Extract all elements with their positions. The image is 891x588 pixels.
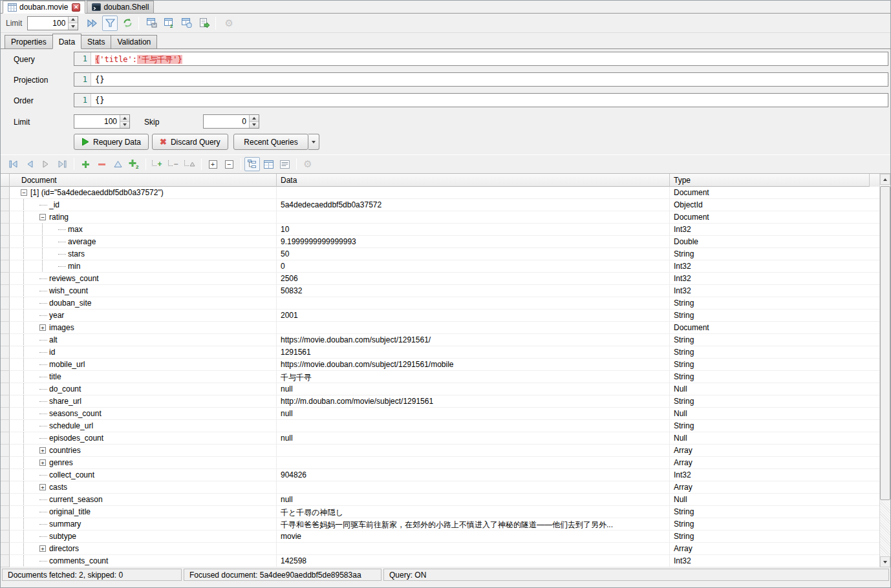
table-row[interactable]: average9.1999999999999993Double <box>1 236 890 248</box>
last-record-button[interactable] <box>54 157 70 171</box>
limit-input[interactable] <box>74 115 120 128</box>
row-selector[interactable] <box>1 346 10 359</box>
row-selector[interactable] <box>1 236 10 248</box>
row-selector[interactable] <box>1 224 10 236</box>
row-selector[interactable] <box>1 445 10 457</box>
row-selector[interactable] <box>1 506 10 518</box>
refresh-button[interactable] <box>120 16 135 31</box>
row-selector[interactable] <box>1 334 10 346</box>
copy-result-button[interactable] <box>179 16 195 31</box>
collapse-node-icon[interactable]: − <box>39 214 46 220</box>
row-selector[interactable] <box>1 322 10 334</box>
scrollbar-track-region[interactable] <box>880 501 890 556</box>
column-header-data[interactable]: Data <box>277 174 670 187</box>
filter-toggle-button[interactable] <box>102 16 118 31</box>
table-row[interactable]: collect_count904826Int32 <box>1 469 890 481</box>
projection-editor[interactable]: 1 {} <box>74 72 888 87</box>
table-row[interactable]: −[1] (id="5a4dedecaeddbf5db0a37572")Docu… <box>1 187 890 199</box>
row-selector[interactable] <box>1 371 10 383</box>
collapse-all-button[interactable]: − <box>221 157 237 171</box>
table-row[interactable]: +countriesArray <box>1 445 890 457</box>
row-selector[interactable] <box>1 432 10 445</box>
table-row[interactable]: subtypemovieString <box>1 530 890 543</box>
next-record-button[interactable] <box>38 157 54 171</box>
grid-settings-button[interactable]: ⚙ <box>300 157 316 171</box>
spinner-up-icon[interactable] <box>69 17 78 24</box>
table-row[interactable]: seasons_countnullNull <box>1 408 890 420</box>
row-selector[interactable] <box>1 555 10 567</box>
prior-record-button[interactable] <box>22 157 38 171</box>
table-row[interactable]: min0Int32 <box>1 260 890 273</box>
expand-node-icon[interactable]: + <box>39 484 46 490</box>
remove-child-field-button[interactable]: − <box>166 157 181 171</box>
expand-node-icon[interactable]: + <box>39 447 46 454</box>
row-selector[interactable] <box>1 420 10 432</box>
table-row[interactable]: althttps://movie.douban.com/subject/1291… <box>1 334 890 346</box>
row-selector[interactable] <box>1 187 10 199</box>
scroll-down-icon[interactable] <box>880 556 890 567</box>
discard-query-button[interactable]: ✖ Discard Query <box>152 134 228 150</box>
table-row[interactable]: do_countnullNull <box>1 383 890 395</box>
table-row[interactable]: douban_siteString <box>1 297 890 310</box>
row-selector[interactable] <box>1 383 10 395</box>
row-selector[interactable] <box>1 297 10 310</box>
column-header-type[interactable]: Type <box>670 174 870 187</box>
text-view-button[interactable] <box>277 157 292 171</box>
table-row[interactable]: max10Int32 <box>1 224 890 236</box>
order-editor[interactable]: 1 {} <box>74 93 888 107</box>
table-row[interactable]: episodes_countnullNull <box>1 432 890 445</box>
table-row[interactable]: title千与千寻String <box>1 371 890 383</box>
row-selector[interactable] <box>1 285 10 297</box>
row-selector[interactable] <box>1 543 10 555</box>
vertical-scrollbar[interactable] <box>879 174 890 567</box>
duplicate-record-button[interactable]: 2 <box>126 157 142 171</box>
insert-record-button[interactable] <box>78 157 93 171</box>
save-result-button[interactable] <box>144 16 160 31</box>
row-selector[interactable] <box>1 518 10 530</box>
table-row[interactable]: schedule_urlString <box>1 420 890 432</box>
tab-douban-movie[interactable]: douban.movie ✕ <box>3 1 85 14</box>
row-selector[interactable] <box>1 457 10 469</box>
row-selector[interactable] <box>1 469 10 481</box>
skip-input[interactable] <box>204 115 249 128</box>
table-row[interactable]: summary千寻和爸爸妈妈一同驱车前往新家，在郊外的小路上不慎进入了神秘的隧道… <box>1 518 890 530</box>
column-header-document[interactable]: Document <box>10 174 277 187</box>
table-row[interactable]: +castsArray <box>1 481 890 494</box>
tree-view-button[interactable] <box>244 157 260 171</box>
collapse-node-icon[interactable]: − <box>21 189 27 196</box>
row-selector[interactable] <box>1 260 10 273</box>
edit-record-button[interactable] <box>110 157 125 171</box>
add-child-field-button[interactable]: + <box>149 157 165 171</box>
delete-record-button[interactable] <box>94 157 109 171</box>
row-selector[interactable] <box>1 494 10 506</box>
row-selector[interactable] <box>1 211 10 224</box>
row-selector[interactable] <box>1 199 10 211</box>
row-selector[interactable] <box>1 408 10 420</box>
export-result-button[interactable]: 2 <box>162 16 177 31</box>
row-selector[interactable] <box>1 395 10 408</box>
recent-queries-dropdown[interactable] <box>308 134 319 150</box>
scrollbar-thumb[interactable] <box>880 186 890 500</box>
row-selector[interactable] <box>1 273 10 285</box>
first-record-button[interactable] <box>6 157 21 171</box>
spinner-down-icon[interactable] <box>120 122 129 129</box>
tab-stats[interactable]: Stats <box>81 35 111 48</box>
requery-data-button[interactable]: Requery Data <box>74 134 149 150</box>
limit-input[interactable] <box>28 17 68 30</box>
query-editor[interactable]: 1 {'title':'千与千寻'} <box>74 52 888 66</box>
tab-validation[interactable]: Validation <box>111 35 157 48</box>
spinner-up-icon[interactable] <box>120 115 129 122</box>
row-selector[interactable] <box>1 530 10 543</box>
row-selector[interactable] <box>1 359 10 371</box>
table-row[interactable]: stars50String <box>1 248 890 260</box>
table-view-button[interactable] <box>261 157 276 171</box>
export-document-button[interactable] <box>197 16 212 31</box>
table-row[interactable]: +imagesDocument <box>1 322 890 334</box>
table-row[interactable]: reviews_count2506Int32 <box>1 273 890 285</box>
table-row[interactable]: +directorsArray <box>1 543 890 555</box>
table-row[interactable]: _id5a4dedecaeddbf5db0a37572ObjectId <box>1 199 890 211</box>
table-row[interactable]: current_seasonnullNull <box>1 494 890 506</box>
tab-properties[interactable]: Properties <box>5 35 52 48</box>
table-row[interactable]: comments_count142598Int32 <box>1 555 890 567</box>
table-row[interactable]: −ratingDocument <box>1 211 890 224</box>
